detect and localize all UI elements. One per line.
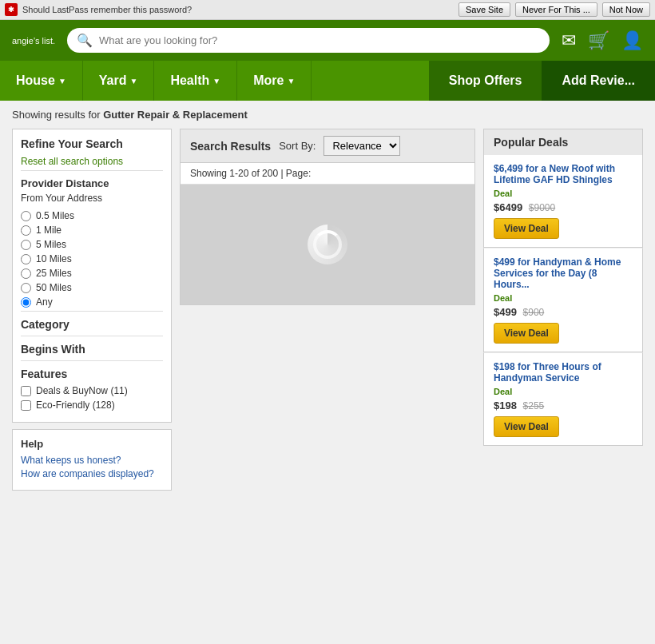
category-title: Category (21, 318, 163, 331)
results-info: Showing 1-20 of 200 | Page: (181, 163, 474, 185)
refine-section: Refine Your Search Reset all search opti… (12, 129, 172, 423)
deal-item: $6,499 for a New Roof with Lifetime GAF … (483, 155, 643, 248)
distance-subtitle: From Your Address (21, 193, 163, 204)
deal-pricing: $6499 $9000 (494, 201, 633, 213)
help-title: Help (21, 438, 163, 450)
chevron-down-icon: ▼ (287, 77, 295, 85)
distance-section: Provider Distance From Your Address 0.5 … (21, 170, 163, 308)
search-icon: 🔍 (77, 33, 93, 48)
view-deal-button[interactable]: View Deal (494, 416, 559, 437)
loading-spinner (308, 225, 347, 264)
results-loading (181, 185, 474, 304)
features-title: Features (21, 368, 163, 380)
distance-any[interactable]: Any (21, 296, 163, 308)
distance-1-mile[interactable]: 1 Mile (21, 225, 163, 236)
nav-shop-offers[interactable]: Shop Offers (429, 61, 542, 101)
deal-pricing: $499 $900 (494, 306, 633, 318)
begins-with-section: Begins With (21, 336, 163, 356)
cart-icon[interactable]: 🛒 (588, 30, 609, 51)
logo: angie's list. (12, 36, 55, 46)
distance-10-miles[interactable]: 10 Miles (21, 253, 163, 264)
lastpass-message: Should LastPass remember this password? (22, 5, 454, 14)
user-icon[interactable]: 👤 (621, 30, 643, 51)
feature-eco-friendly[interactable]: Eco-Friendly (128) (21, 400, 163, 411)
deal-title[interactable]: $6,499 for a New Roof with Lifetime GAF … (494, 163, 633, 185)
nav-house[interactable]: House ▼ (0, 61, 83, 101)
feature-deals-buynow[interactable]: Deals & BuyNow (11) (21, 385, 163, 396)
content: Showing results for Gutter Repair & Repl… (0, 101, 655, 499)
chevron-down-icon: ▼ (212, 77, 220, 85)
deal-price: $198 (494, 400, 517, 411)
sort-label: Sort By: (279, 140, 316, 152)
main-layout: Refine Your Search Reset all search opti… (12, 129, 643, 491)
lastpass-not-now-button[interactable]: Not Now (602, 2, 650, 17)
deal-item: $198 for Three Hours of Handyman Service… (483, 352, 643, 446)
reset-search-link[interactable]: Reset all search options (21, 156, 123, 167)
chevron-down-icon: ▼ (130, 77, 138, 85)
distance-25-miles[interactable]: 25 Miles (21, 268, 163, 279)
distance-0.5-miles[interactable]: 0.5 Miles (21, 210, 163, 221)
spinner-inner (313, 230, 342, 259)
deal-original-price: $900 (523, 307, 545, 318)
deal-item: $499 for Handyman & Home Services for th… (483, 248, 643, 352)
results-header: Search Results Sort By: Relevance Rating… (181, 129, 474, 163)
chevron-down-icon: ▼ (58, 77, 66, 85)
distance-5-miles[interactable]: 5 Miles (21, 239, 163, 250)
breadcrumb: Showing results for Gutter Repair & Repl… (12, 109, 643, 121)
deal-pricing: $198 $255 (494, 400, 633, 411)
refine-title: Refine Your Search (21, 137, 163, 150)
results-panel: Search Results Sort By: Relevance Rating… (180, 129, 475, 305)
help-display-link[interactable]: How are companies displayed? (21, 468, 163, 479)
category-section: Category (21, 311, 163, 331)
deals-panel: Popular Deals $6,499 for a New Roof with… (483, 129, 643, 446)
breadcrumb-query: Gutter Repair & Replacement (103, 109, 248, 121)
breadcrumb-prefix: Showing results for (12, 109, 101, 121)
deals-header: Popular Deals (483, 129, 643, 155)
distance-5-radio[interactable] (21, 240, 31, 250)
deal-title[interactable]: $499 for Handyman & Home Services for th… (494, 256, 633, 290)
deals-buynow-checkbox[interactable] (21, 386, 31, 396)
deal-original-price: $9000 (529, 202, 555, 213)
deal-title[interactable]: $198 for Three Hours of Handyman Service (494, 361, 633, 384)
deal-price: $499 (494, 306, 517, 318)
lastpass-never-button[interactable]: Never For This ... (515, 2, 597, 17)
deal-badge: Deal (494, 387, 633, 396)
deal-price: $6499 (494, 201, 522, 213)
header-icons: ✉ 🛒 👤 (562, 30, 643, 51)
email-icon[interactable]: ✉ (562, 30, 576, 51)
nav-more[interactable]: More ▼ (237, 61, 312, 101)
eco-friendly-checkbox[interactable] (21, 400, 31, 411)
view-deal-button[interactable]: View Deal (494, 218, 559, 239)
deal-badge: Deal (494, 293, 633, 303)
sidebar: Refine Your Search Reset all search opti… (12, 129, 172, 491)
nav-add-review[interactable]: Add Revie... (542, 61, 655, 101)
help-section: Help What keeps us honest? How are compa… (12, 429, 172, 491)
view-deal-button[interactable]: View Deal (494, 323, 559, 344)
navigation: House ▼ Yard ▼ Health ▼ More ▼ Shop Offe… (0, 61, 655, 101)
logo-text: angie's list. (12, 36, 55, 46)
features-section: Features Deals & BuyNow (11) Eco-Friendl… (21, 360, 163, 411)
results-title: Search Results (190, 140, 271, 153)
distance-title: Provider Distance (21, 177, 163, 189)
distance-10-radio[interactable] (21, 254, 31, 264)
nav-health[interactable]: Health ▼ (154, 61, 237, 101)
distance-1-radio[interactable] (21, 225, 31, 236)
distance-any-radio[interactable] (21, 297, 31, 308)
lastpass-bar: ✱ Should LastPass remember this password… (0, 0, 655, 20)
header: angie's list. 🔍 ✉ 🛒 👤 (0, 20, 655, 61)
distance-0.5-radio[interactable] (21, 211, 31, 221)
distance-radio-group: 0.5 Miles 1 Mile 5 Miles 10 Miles (21, 210, 163, 308)
lastpass-save-button[interactable]: Save Site (458, 2, 510, 17)
search-input[interactable] (99, 34, 540, 46)
distance-25-radio[interactable] (21, 268, 31, 279)
deal-original-price: $255 (523, 400, 545, 411)
sort-select[interactable]: Relevance Rating Distance (324, 136, 400, 156)
begins-with-title: Begins With (21, 343, 163, 356)
lastpass-logo: ✱ (5, 3, 18, 16)
deal-badge: Deal (494, 189, 633, 198)
distance-50-miles[interactable]: 50 Miles (21, 282, 163, 293)
help-honest-link[interactable]: What keeps us honest? (21, 455, 163, 466)
nav-yard[interactable]: Yard ▼ (83, 61, 155, 101)
search-bar: 🔍 (67, 28, 550, 53)
distance-50-radio[interactable] (21, 283, 31, 293)
